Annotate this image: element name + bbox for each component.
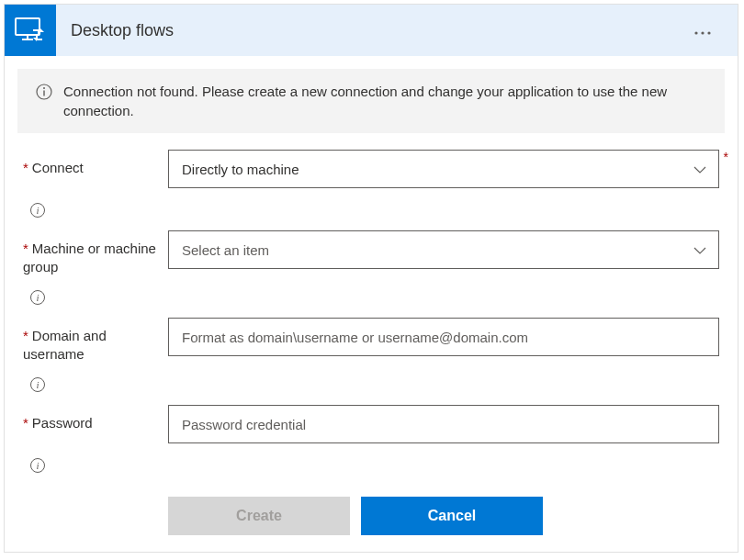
- svg-point-9: [43, 87, 45, 89]
- svg-point-5: [694, 31, 697, 34]
- password-label: *Password: [23, 405, 168, 432]
- password-input[interactable]: [168, 405, 719, 443]
- connect-info-icon[interactable]: i: [30, 203, 45, 218]
- machine-select[interactable]: Select an item: [168, 230, 719, 269]
- svg-marker-4: [33, 38, 37, 41]
- password-row: *Password: [23, 405, 719, 443]
- password-info-icon[interactable]: i: [30, 458, 45, 473]
- domain-label: *Domain and username: [23, 318, 168, 363]
- create-button: Create: [168, 497, 350, 535]
- svg-rect-0: [16, 18, 39, 35]
- warning-message: Connection not found. Please create a ne…: [63, 82, 706, 120]
- connect-select[interactable]: Directly to machine: [168, 150, 719, 188]
- info-icon: [36, 84, 52, 104]
- desktop-flows-panel: Desktop flows Connection not found. Plea…: [4, 4, 738, 553]
- machine-info-icon[interactable]: i: [30, 290, 45, 305]
- panel-title: Desktop flows: [71, 21, 686, 40]
- connect-row: *Connect Directly to machine *: [23, 150, 719, 188]
- domain-info-icon[interactable]: i: [30, 377, 45, 392]
- domain-row: *Domain and username: [23, 318, 719, 363]
- button-row: Create Cancel: [23, 497, 719, 535]
- svg-rect-10: [43, 91, 44, 96]
- svg-point-7: [707, 31, 710, 34]
- cancel-button[interactable]: Cancel: [361, 497, 543, 535]
- desktop-flows-icon: [5, 5, 56, 56]
- warning-banner: Connection not found. Please create a ne…: [17, 69, 725, 133]
- more-options-button[interactable]: [686, 14, 719, 48]
- svg-point-6: [701, 31, 704, 34]
- form-body: *Connect Directly to machine * i *Machin…: [5, 140, 738, 552]
- svg-marker-3: [40, 28, 44, 32]
- machine-row: *Machine or machine group Select an item: [23, 230, 719, 275]
- panel-header: Desktop flows: [5, 5, 738, 56]
- required-indicator: *: [724, 150, 728, 164]
- domain-username-input[interactable]: [168, 318, 719, 356]
- connect-label: *Connect: [23, 150, 168, 177]
- machine-label: *Machine or machine group: [23, 230, 168, 275]
